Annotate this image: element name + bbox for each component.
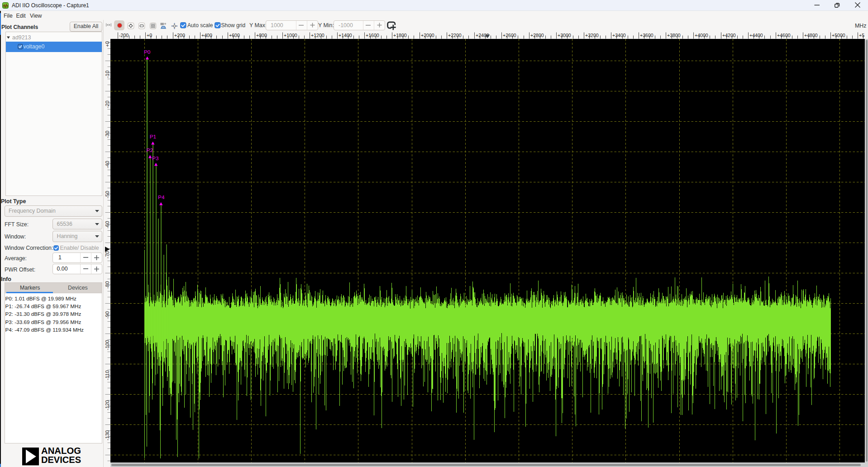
svg-text:P0: P0 [144,49,151,55]
svg-text:P4: P4 [158,194,165,200]
svg-text:+1800: +1800 [393,33,407,38]
svg-text:+4600: +4600 [777,33,791,38]
svg-text:-10: -10 [105,71,110,78]
svg-text:-80: -80 [105,281,110,288]
svg-text:P1: P1 [150,133,156,140]
svg-text:+4200: +4200 [722,33,736,38]
svg-text:+2200: +2200 [448,33,462,38]
svg-text:+3400: +3400 [612,33,626,38]
svg-text:+4000: +4000 [695,33,708,38]
svg-text:+0: +0 [105,41,110,47]
svg-text:-20: -20 [105,100,110,108]
svg-text:+2000: +2000 [421,33,434,38]
svg-text:+1600: +1600 [366,33,379,38]
svg-text:+3600: +3600 [640,33,653,38]
svg-text:+2600: +2600 [503,33,516,38]
svg-text:-30: -30 [105,131,110,138]
svg-text:P3: P3 [152,155,159,162]
svg-text:+5000: +5000 [832,33,845,38]
svg-text:+3000: +3000 [558,33,571,38]
svg-text:+3200: +3200 [585,33,599,38]
svg-text:+1200: +1200 [311,33,324,38]
svg-text:-50: -50 [105,191,110,198]
svg-text:-90: -90 [105,311,110,319]
svg-text:-110: -110 [105,370,110,380]
svg-text:+5: +5 [859,33,864,38]
svg-text:+600: +600 [229,33,240,38]
svg-text:+1000: +1000 [284,33,297,38]
svg-text:-120: -120 [105,400,110,410]
svg-text:+200: +200 [174,33,185,38]
svg-text:+0: +0 [147,33,152,38]
svg-text:-70: -70 [105,251,110,258]
svg-text:DEVICES: DEVICES [41,455,81,465]
svg-text:-40: -40 [105,161,110,168]
svg-text:-130: -130 [105,430,110,441]
svg-text:-200: -200 [119,33,129,38]
svg-text:+3800: +3800 [667,33,681,38]
svg-text:+400: +400 [201,33,212,38]
svg-text:-60: -60 [105,221,110,228]
svg-text:+2800: +2800 [530,33,544,38]
svg-text:-100: -100 [105,340,110,350]
svg-text:+4400: +4400 [749,33,763,38]
svg-text:+4800: +4800 [804,33,818,38]
svg-text:P2: P2 [147,147,153,153]
svg-text:+1400: +1400 [339,33,352,38]
svg-text:+800: +800 [256,33,267,38]
